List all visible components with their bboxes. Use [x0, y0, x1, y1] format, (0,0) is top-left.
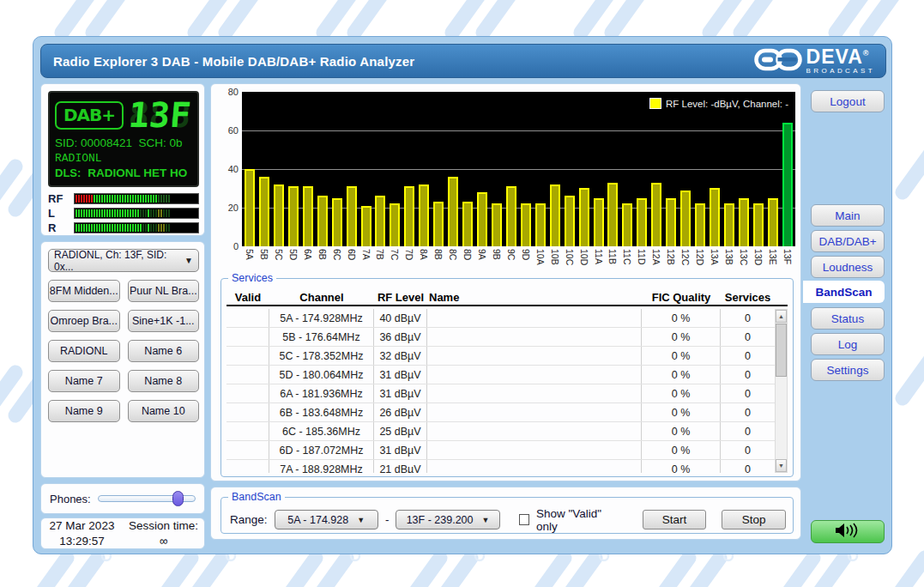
meter-L: L — [48, 207, 199, 220]
services-scrollbar[interactable]: ▲ ▼ — [775, 309, 788, 473]
column-header-channel: Channel — [269, 291, 374, 304]
preset-button-8[interactable]: Name 8 — [128, 370, 200, 392]
range-to-select[interactable]: 13F - 239.200 ▼ — [396, 510, 499, 530]
table-cell: 0 % — [642, 441, 721, 459]
table-cell: 0 % — [642, 403, 721, 421]
chart-bar-5B[interactable] — [259, 177, 269, 246]
table-row[interactable]: 5A - 174.928MHz40 dBµV0 %0 — [226, 309, 775, 328]
chart-bar-7A[interactable] — [361, 206, 371, 246]
preset-button-10[interactable]: Name 10 — [128, 400, 200, 422]
chart-bar-11D[interactable] — [637, 198, 647, 246]
preset-button-4[interactable]: Sine+1K -1... — [128, 310, 200, 332]
chart-bar-12A[interactable] — [651, 183, 661, 246]
chart-bar-7B[interactable] — [375, 196, 385, 246]
table-cell — [427, 441, 642, 459]
chart-bar-11B[interactable] — [607, 183, 618, 246]
chart-bar-7C[interactable] — [390, 203, 400, 246]
chart-bar-8B[interactable] — [433, 202, 444, 246]
y-tick-label: 80 — [213, 87, 239, 97]
chart-bar-8D[interactable] — [462, 202, 473, 246]
chart-bar-13C[interactable] — [739, 198, 749, 246]
preset-button-1[interactable]: 8FM Midden... — [48, 280, 120, 302]
preset-button-9[interactable]: Name 9 — [48, 400, 120, 422]
start-button[interactable]: Start — [643, 510, 707, 530]
chart-bar-10C[interactable] — [565, 196, 575, 246]
logout-button[interactable]: Logout — [811, 90, 885, 112]
table-row[interactable]: 7A - 188.928MHz21 dBµV0 %0 — [226, 460, 775, 473]
chart-bar-12B[interactable] — [666, 198, 676, 246]
sidebar-item-status[interactable]: Status — [811, 307, 885, 330]
chart-bar-10A[interactable] — [535, 203, 546, 246]
table-row[interactable]: 6A - 181.936MHz31 dBµV0 %0 — [226, 384, 775, 403]
sidebar-item-main[interactable]: Main — [811, 204, 885, 227]
preset-button-5[interactable]: RADIONL — [48, 340, 120, 362]
chart-bar-8C[interactable] — [448, 177, 458, 246]
chart-bar-5A[interactable] — [245, 169, 255, 246]
preset-button-3[interactable]: Omroep Bra... — [48, 310, 120, 332]
audio-mute-button[interactable] — [811, 520, 885, 543]
chart-bar-9D[interactable] — [521, 203, 531, 246]
x-tick-label: 8D — [462, 249, 473, 275]
scroll-up-icon[interactable]: ▲ — [776, 310, 787, 323]
chart-bar-13A[interactable] — [710, 188, 720, 246]
stop-button[interactable]: Stop — [722, 510, 786, 530]
chart-bar-7D[interactable] — [404, 186, 414, 246]
x-tick-label: 9B — [492, 249, 502, 275]
chart-bar-11A[interactable] — [594, 198, 604, 246]
chart-bar-13B[interactable] — [724, 203, 734, 246]
table-cell: 31 dBµV — [374, 384, 427, 402]
table-row[interactable]: 6C - 185.36MHz25 dBµV0 %0 — [226, 422, 775, 441]
chart-bar-13E[interactable] — [768, 198, 778, 246]
show-valid-only-checkbox[interactable] — [519, 514, 529, 525]
table-cell: 6D - 187.072MHz — [269, 441, 374, 459]
sidebar-item-dab-dab-[interactable]: DAB/DAB+ — [811, 230, 885, 252]
speaker-icon — [835, 523, 861, 542]
table-cell — [226, 328, 269, 346]
chart-bar-12C[interactable] — [680, 191, 691, 246]
chart-bar-8A[interactable] — [419, 185, 429, 246]
slider-thumb[interactable] — [172, 491, 184, 506]
scroll-down-icon[interactable]: ▼ — [776, 459, 787, 472]
chart-bar-11C[interactable] — [622, 203, 632, 246]
table-cell — [427, 366, 642, 384]
table-cell: 5A - 174.928MHz — [269, 309, 374, 327]
preset-button-2[interactable]: Puur NL Bra... — [128, 280, 200, 302]
phones-volume-slider[interactable] — [98, 491, 196, 506]
table-cell: 7A - 188.928MHz — [269, 460, 374, 473]
scrollbar-thumb[interactable] — [776, 324, 787, 377]
preset-button-6[interactable]: Name 6 — [128, 340, 200, 362]
sidebar-item-log[interactable]: Log — [811, 333, 885, 355]
tuner-select[interactable]: RADIONL, Ch: 13F, SID: 0x... ▼ — [48, 249, 199, 272]
sidebar-item-bandscan[interactable]: BandScan — [803, 281, 885, 303]
x-tick-label: 6D — [347, 249, 357, 275]
preset-button-7[interactable]: Name 7 — [48, 370, 120, 392]
chevron-down-icon: ▼ — [357, 516, 365, 524]
chart-bar-13D[interactable] — [753, 203, 764, 246]
table-row[interactable]: 6D - 187.072MHz31 dBµV0 %0 — [226, 441, 775, 460]
chart-bar-6B[interactable] — [317, 196, 328, 246]
table-row[interactable]: 5B - 176.64MHz36 dBµV0 %0 — [226, 328, 775, 347]
sidebar-item-settings[interactable]: Settings — [811, 359, 885, 381]
chart-bar-6A[interactable] — [303, 186, 313, 246]
chart-bar-10D[interactable] — [579, 188, 589, 246]
x-tick-label: 8B — [433, 249, 444, 275]
chart-bar-10B[interactable] — [550, 185, 560, 246]
chart-bar-13F[interactable] — [782, 123, 793, 246]
chart-bar-5D[interactable] — [288, 186, 299, 246]
x-tick-label: 12B — [666, 249, 676, 275]
chart-bar-9C[interactable] — [506, 186, 516, 246]
table-row[interactable]: 5C - 178.352MHz32 dBµV0 %0 — [226, 347, 775, 366]
table-row[interactable]: 5D - 180.064MHz31 dBµV0 %0 — [226, 366, 775, 384]
chart-bar-12D[interactable] — [695, 203, 705, 246]
table-cell: 0 — [721, 366, 775, 384]
sidebar-item-loudness[interactable]: Loudness — [811, 256, 885, 278]
chart-bar-9A[interactable] — [477, 192, 487, 246]
chart-bar-6C[interactable] — [332, 198, 342, 246]
chart-bar-9B[interactable] — [492, 203, 502, 246]
chart-bar-5C[interactable] — [274, 185, 284, 246]
range-from-select[interactable]: 5A - 174.928 ▼ — [275, 510, 378, 530]
x-tick-label: 12D — [695, 249, 705, 275]
table-cell — [427, 460, 642, 473]
table-row[interactable]: 6B - 183.648MHz26 dBµV0 %0 — [226, 403, 775, 422]
chart-bar-6D[interactable] — [347, 186, 357, 246]
